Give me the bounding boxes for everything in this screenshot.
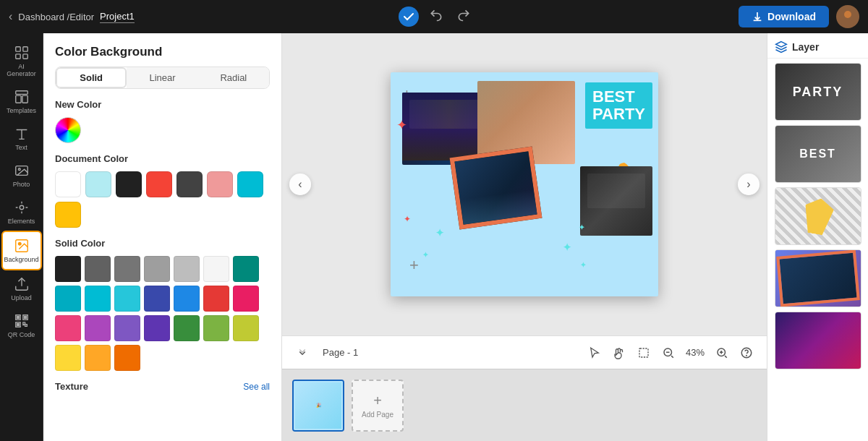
doc-color-swatch-1[interactable]: [85, 171, 111, 197]
sidebar-item-text[interactable]: Text: [1, 120, 42, 157]
drummer-photo[interactable]: [580, 166, 652, 236]
solid-color-swatch-0[interactable]: [55, 256, 81, 282]
doc-color-swatch-5[interactable]: [207, 171, 233, 197]
page-thumb-1[interactable]: 🎉: [292, 380, 344, 432]
right-panel-header: Layer: [767, 33, 868, 59]
layer-thumb-photo2: [775, 312, 861, 369]
solid-color-swatch-21[interactable]: [55, 345, 81, 371]
canvas-design[interactable]: + +: [391, 72, 658, 296]
solid-color-swatch-10[interactable]: [144, 286, 170, 312]
solid-color-swatch-6[interactable]: [233, 256, 259, 282]
solid-color-title: Solid Color: [55, 238, 270, 249]
doc-color-swatch-0[interactable]: [55, 171, 81, 197]
svg-rect-20: [17, 324, 19, 326]
solid-color-swatch-19[interactable]: [203, 315, 229, 341]
download-label: Download: [767, 11, 816, 22]
solid-color-swatch-11[interactable]: [174, 286, 200, 312]
document-color-section: Document Color: [43, 153, 281, 238]
coral-star-bottom: ✦: [404, 214, 411, 224]
topbar: ‹ Dashboard /Editor Project1 Download: [0, 0, 868, 33]
solid-color-swatch-18[interactable]: [174, 315, 200, 341]
add-page-button[interactable]: + Add Page: [352, 380, 404, 432]
sidebar-item-elements[interactable]: Elements: [1, 194, 42, 231]
layer-thumb-party: PARTY: [775, 64, 861, 120]
layer-icon: [775, 40, 788, 53]
zoom-out-button[interactable]: [658, 343, 678, 363]
best-party-text[interactable]: BEST PARTY: [585, 82, 652, 129]
canvas-prev-button[interactable]: ‹: [289, 174, 311, 195]
crop-tool-button[interactable]: [634, 343, 654, 363]
sidebar-item-templates[interactable]: Templates: [1, 83, 42, 120]
solid-color-swatch-7[interactable]: [55, 286, 81, 312]
sidebar-item-qrcode[interactable]: QR Code: [1, 307, 42, 344]
tab-solid[interactable]: Solid: [56, 67, 127, 88]
solid-color-swatch-1[interactable]: [85, 256, 111, 282]
sidebar-qrcode-label: QR Code: [8, 331, 35, 338]
tab-linear[interactable]: Linear: [127, 67, 197, 88]
layer-thumb-shape: [775, 188, 861, 244]
toolbar-left: Page - 1: [292, 343, 364, 363]
sidebar-item-photo[interactable]: Photo: [1, 157, 42, 194]
svg-point-25: [746, 355, 747, 356]
doc-color-swatch-4[interactable]: [176, 171, 203, 197]
doc-color-swatch-3[interactable]: [146, 171, 172, 197]
new-color-swatch[interactable]: [55, 117, 81, 143]
svg-rect-2: [15, 47, 20, 51]
solid-color-swatch-9[interactable]: [114, 286, 140, 312]
solid-color-swatch-16[interactable]: [114, 315, 140, 341]
layer-item-photo2[interactable]: [775, 312, 861, 369]
solid-color-swatch-13[interactable]: [233, 286, 259, 312]
svg-point-11: [20, 205, 24, 210]
doc-color-swatch-7[interactable]: [55, 202, 81, 228]
zoom-in-button[interactable]: [712, 343, 732, 363]
right-panel: Layer PARTY BEST: [767, 33, 868, 441]
solid-color-swatch-3[interactable]: [144, 256, 170, 282]
see-all-link[interactable]: See all: [243, 382, 270, 392]
svg-point-0: [844, 11, 851, 18]
layer-item-best[interactable]: BEST: [775, 125, 861, 183]
svg-rect-4: [15, 54, 20, 59]
canvas-next-button[interactable]: ›: [738, 174, 760, 195]
user-avatar[interactable]: [836, 5, 859, 28]
solid-color-swatch-5[interactable]: [203, 256, 229, 282]
doc-color-swatch-6[interactable]: [237, 171, 263, 197]
select-tool-button[interactable]: [584, 343, 605, 363]
solid-color-swatch-20[interactable]: [233, 315, 259, 341]
solid-color-swatch-14[interactable]: [55, 315, 81, 341]
doc-color-swatch-2[interactable]: [116, 171, 142, 197]
solid-color-swatch-22[interactable]: [85, 345, 111, 371]
collapse-pages-button[interactable]: [292, 343, 312, 363]
sidebar-item-ai-generator[interactable]: AI Generator: [1, 39, 42, 83]
new-color-grid: [55, 117, 270, 143]
solid-color-swatch-23[interactable]: [114, 345, 140, 371]
solid-color-swatch-8[interactable]: [85, 286, 111, 312]
solid-color-swatch-15[interactable]: [85, 315, 111, 341]
sidebar-item-upload[interactable]: Upload: [1, 270, 42, 307]
solid-color-swatch-17[interactable]: [144, 315, 170, 341]
sidebar-ai-label: AI Generator: [4, 63, 39, 77]
pan-tool-button[interactable]: [609, 343, 629, 363]
layer-item-party[interactable]: PARTY: [775, 63, 861, 121]
document-color-title: Document Color: [55, 153, 270, 164]
layer-thumb-best: BEST: [775, 126, 861, 182]
add-page-label: Add Page: [362, 411, 393, 419]
back-arrow[interactable]: ‹: [9, 10, 12, 23]
svg-point-1: [841, 20, 854, 27]
layer-item-photo1[interactable]: [775, 249, 861, 307]
best-line: BEST: [592, 88, 645, 106]
help-button[interactable]: [736, 343, 757, 363]
download-button[interactable]: Download: [739, 6, 829, 27]
svg-rect-8: [22, 95, 27, 103]
layer-item-shape[interactable]: [775, 187, 861, 245]
main-layout: AI Generator Templates Text Photo Elemen…: [0, 33, 868, 441]
solid-color-swatch-12[interactable]: [203, 286, 229, 312]
project-name[interactable]: Project1: [100, 11, 135, 23]
undo-button[interactable]: [426, 5, 446, 29]
redo-button[interactable]: [454, 5, 474, 29]
framed-photo[interactable]: [450, 146, 542, 229]
sidebar-templates-label: Templates: [7, 107, 36, 114]
tab-radial[interactable]: Radial: [198, 67, 269, 88]
sidebar-item-background[interactable]: Background: [1, 231, 42, 270]
solid-color-swatch-4[interactable]: [174, 256, 200, 282]
solid-color-swatch-2[interactable]: [114, 256, 140, 282]
